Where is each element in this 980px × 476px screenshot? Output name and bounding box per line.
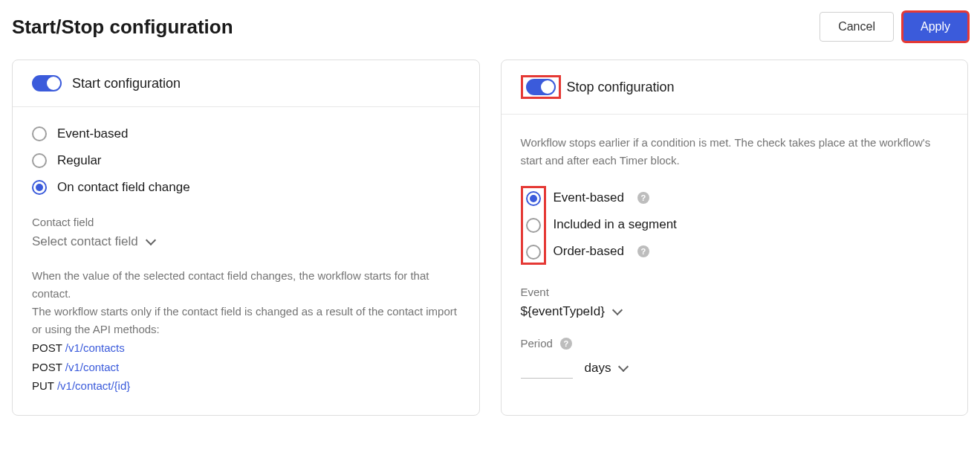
event-select[interactable]: ${eventTypeId} — [521, 304, 949, 319]
header-actions: Cancel Apply — [820, 12, 968, 42]
start-option-regular[interactable]: Regular — [32, 153, 460, 168]
radio-icon — [32, 180, 47, 195]
radio-label: Order-based — [554, 244, 624, 259]
start-toggle[interactable] — [32, 75, 62, 91]
radio-label: Event-based — [554, 190, 624, 205]
period-row: days — [521, 357, 949, 379]
stop-panel-header: Stop configuration — [502, 60, 968, 115]
stop-toggle[interactable] — [526, 79, 556, 95]
stop-option-event-based-radio[interactable] — [526, 191, 541, 206]
chevron-down-icon — [146, 235, 156, 245]
api-link-contact-id[interactable]: /v1/contact/{id} — [57, 379, 130, 392]
stop-panel: Stop configuration Workflow stops earlie… — [501, 60, 969, 416]
event-value: ${eventTypeId} — [521, 304, 605, 319]
radio-label: Regular — [57, 153, 102, 168]
api-line-3: PUT /v1/contact/{id} — [32, 376, 460, 396]
event-field-label: Event — [521, 286, 949, 298]
period-unit-value: days — [585, 361, 611, 376]
chevron-down-icon — [618, 361, 629, 371]
radio-label: Included in a segment — [554, 217, 677, 232]
apply-button[interactable]: Apply — [903, 12, 968, 42]
help-icon[interactable]: ? — [560, 338, 572, 350]
radio-label: Event-based — [57, 126, 128, 141]
stop-option-order-based-radio[interactable] — [526, 245, 541, 260]
help-line-2: The workflow starts only if the contact … — [32, 305, 457, 335]
stop-option-event-based[interactable]: Event-based ? — [554, 190, 677, 205]
api-method: POST — [32, 341, 62, 354]
contact-field-label: Contact field — [32, 216, 460, 228]
stop-option-order-based[interactable]: Order-based ? — [554, 244, 677, 259]
api-line-1: POST /v1/contacts — [32, 338, 460, 358]
start-radio-group: Event-based Regular On contact field cha… — [32, 126, 460, 195]
api-link-contacts[interactable]: /v1/contacts — [65, 341, 125, 354]
start-panel-header: Start configuration — [13, 60, 479, 107]
stop-radio-group: Event-based ? Included in a segment Orde… — [521, 186, 949, 265]
stop-option-segment[interactable]: Included in a segment — [554, 217, 677, 232]
page-title: Start/Stop configuration — [12, 16, 233, 39]
stop-option-segment-radio[interactable] — [526, 218, 541, 233]
period-unit-select[interactable]: days — [585, 361, 628, 376]
stop-description: Workflow stops earlier if a condition is… — [521, 134, 949, 170]
cancel-button[interactable]: Cancel — [820, 12, 894, 42]
help-icon[interactable]: ? — [637, 192, 649, 204]
radio-label: On contact field change — [57, 180, 190, 195]
start-option-event-based[interactable]: Event-based — [32, 126, 460, 141]
stop-radio-highlight — [521, 186, 546, 265]
contact-field-value: Select contact field — [32, 234, 138, 249]
chevron-down-icon — [612, 305, 623, 315]
help-line-1: When the value of the selected contact f… — [32, 269, 429, 300]
start-option-on-change[interactable]: On contact field change — [32, 180, 460, 195]
start-help-text: When the value of the selected contact f… — [32, 267, 460, 338]
radio-icon — [32, 153, 47, 168]
api-link-contact[interactable]: /v1/contact — [65, 361, 120, 373]
start-panel: Start configuration Event-based Regular … — [12, 60, 480, 416]
period-input[interactable] — [521, 357, 573, 379]
api-method: PUT — [32, 379, 54, 392]
radio-icon — [32, 126, 47, 141]
start-panel-title: Start configuration — [72, 76, 181, 91]
api-method: POST — [32, 361, 62, 373]
stop-panel-title: Stop configuration — [567, 80, 675, 95]
contact-field-select[interactable]: Select contact field — [32, 234, 460, 249]
period-field-label: Period — [521, 337, 553, 350]
help-icon[interactable]: ? — [637, 245, 649, 257]
stop-toggle-highlight — [521, 75, 561, 99]
api-line-2: POST /v1/contact — [32, 358, 460, 377]
